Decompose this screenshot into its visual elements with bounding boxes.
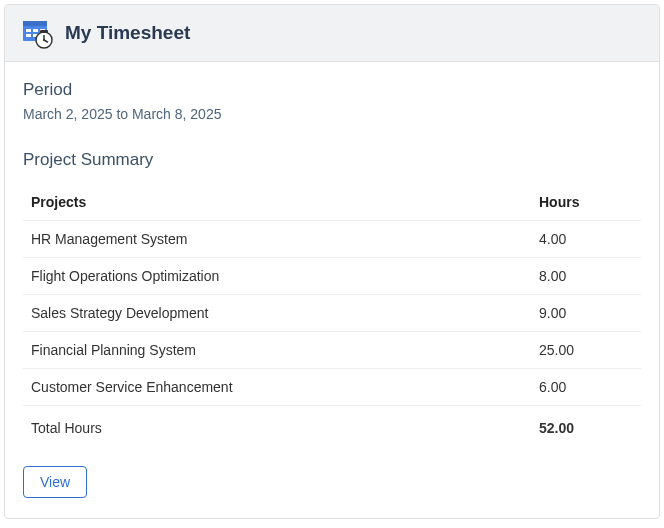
- view-button[interactable]: View: [23, 466, 87, 498]
- svg-rect-9: [40, 30, 48, 33]
- svg-rect-5: [26, 34, 31, 37]
- total-hours: 52.00: [531, 406, 641, 447]
- project-hours: 9.00: [531, 295, 641, 332]
- project-name: Financial Planning System: [23, 332, 531, 369]
- project-name: Sales Strategy Development: [23, 295, 531, 332]
- timesheet-card: My Timesheet Period March 2, 2025 to Mar…: [4, 4, 660, 519]
- table-row: Flight Operations Optimization 8.00: [23, 258, 641, 295]
- table-row: Sales Strategy Development 9.00: [23, 295, 641, 332]
- table-row: HR Management System 4.00: [23, 221, 641, 258]
- project-name: Customer Service Enhancement: [23, 369, 531, 406]
- project-hours: 4.00: [531, 221, 641, 258]
- card-body: Period March 2, 2025 to March 8, 2025 Pr…: [5, 62, 659, 518]
- card-title: My Timesheet: [65, 22, 190, 44]
- project-summary-table: Projects Hours HR Management System 4.00…: [23, 184, 641, 446]
- timesheet-icon: [21, 17, 53, 49]
- period-value: March 2, 2025 to March 8, 2025: [23, 106, 641, 122]
- project-name: Flight Operations Optimization: [23, 258, 531, 295]
- summary-title: Project Summary: [23, 150, 641, 170]
- svg-rect-3: [33, 29, 38, 32]
- project-hours: 8.00: [531, 258, 641, 295]
- table-row: Customer Service Enhancement 6.00: [23, 369, 641, 406]
- svg-rect-1: [23, 21, 47, 26]
- project-hours: 25.00: [531, 332, 641, 369]
- table-row: Financial Planning System 25.00: [23, 332, 641, 369]
- period-label: Period: [23, 80, 641, 100]
- project-hours: 6.00: [531, 369, 641, 406]
- card-header: My Timesheet: [5, 5, 659, 62]
- svg-rect-2: [26, 29, 31, 32]
- project-name: HR Management System: [23, 221, 531, 258]
- col-projects: Projects: [23, 184, 531, 221]
- svg-point-12: [43, 39, 45, 41]
- total-label: Total Hours: [23, 406, 531, 447]
- total-row: Total Hours 52.00: [23, 406, 641, 447]
- col-hours: Hours: [531, 184, 641, 221]
